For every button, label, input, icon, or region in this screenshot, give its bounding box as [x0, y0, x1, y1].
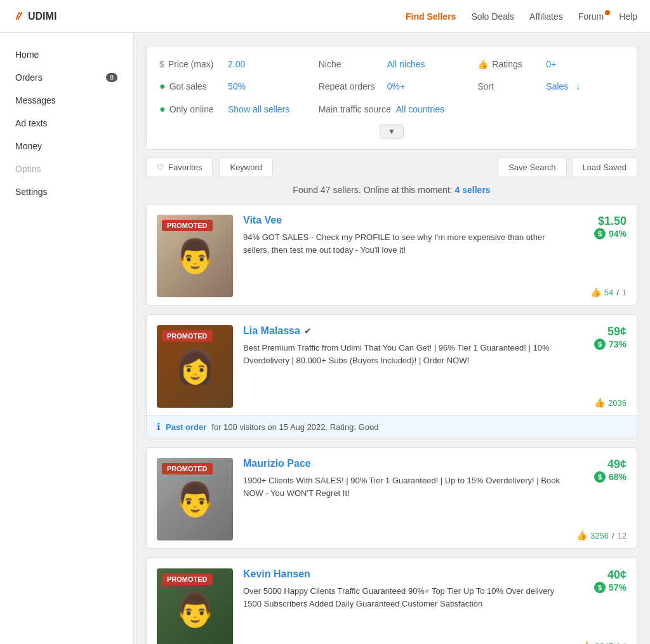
logo[interactable]: ⫽ UDIMI: [13, 10, 56, 23]
online-sellers-link[interactable]: 4 sellers: [455, 185, 491, 195]
seller-ratings: 👍 2645 / 4: [581, 641, 627, 644]
seller-description: Over 5000 Happy Clients Traffic Guarante…: [243, 585, 566, 610]
sidebar-item-messages[interactable]: Messages: [0, 89, 133, 112]
price-value[interactable]: 2.00: [228, 59, 245, 69]
thumbs-up-icon: 👍: [594, 398, 605, 408]
main-layout: Home Orders 8 Messages Ad texts Money Op…: [0, 33, 650, 644]
expand-button-container: ▼: [159, 124, 624, 139]
got-sales-value[interactable]: 50%: [228, 81, 246, 91]
nav-help[interactable]: Help: [619, 11, 637, 22]
keyword-button[interactable]: Keyword: [219, 158, 273, 177]
search-bar-right: Save Search Load Saved: [498, 158, 637, 177]
nav-links: Find Sellers Solo Deals Affiliates Forum…: [406, 11, 637, 22]
seller-name[interactable]: Maurizio Pace: [243, 458, 311, 469]
seller-info: Kevin Hansen Over 5000 Happy Clients Tra…: [243, 568, 566, 644]
thumbs-up-icon: 👍: [576, 530, 587, 540]
app-container: ⫽ UDIMI Find Sellers Solo Deals Affiliat…: [0, 0, 650, 644]
avatar-emoji: 👨: [175, 480, 216, 519]
ratings-value[interactable]: 0+: [546, 59, 556, 69]
filter-price: $ Price (max) 2.00: [159, 57, 306, 72]
load-saved-button[interactable]: Load Saved: [572, 158, 637, 177]
seller-price: 49¢: [607, 458, 627, 471]
seller-name-row: Kevin Hansen: [243, 568, 566, 580]
traffic-source-value[interactable]: All countries: [396, 104, 444, 114]
sort-value[interactable]: Sales: [546, 81, 568, 91]
online-icon: ●: [159, 104, 166, 115]
expand-filters-button[interactable]: ▼: [380, 124, 404, 139]
sidebar-item-ad-texts[interactable]: Ad texts: [0, 112, 133, 135]
only-online-value[interactable]: Show all sellers: [228, 104, 289, 114]
save-search-button[interactable]: Save Search: [498, 158, 566, 177]
seller-name-row: Vita Vee: [243, 215, 566, 226]
seller-price: 59¢: [607, 325, 627, 339]
sidebar: Home Orders 8 Messages Ad texts Money Op…: [0, 33, 133, 644]
avatar-emoji: 👨: [175, 591, 216, 629]
filter-sort: Sort Sales ↓: [477, 78, 624, 95]
niche-label: Niche: [319, 59, 382, 69]
sidebar-item-money[interactable]: Money: [0, 135, 133, 158]
info-icon: ℹ: [157, 421, 161, 433]
thumbs-up-icon: 👍: [581, 641, 592, 644]
thumbs-up-count: 54: [604, 288, 613, 297]
seller-card: 👨 Kevin Hansen Over 5000 Happy Clients T…: [146, 558, 637, 644]
search-bar: ♡ Favorites Keyword Save Search Load Sav…: [146, 158, 637, 177]
seller-name-row: Maurizio Pace: [243, 458, 566, 469]
nav-forum[interactable]: Forum: [578, 11, 604, 22]
seller-right: 40¢ $ 57% 👍 2645 / 4: [576, 568, 627, 644]
sidebar-item-settings[interactable]: Settings: [0, 180, 133, 203]
got-sales-circle-icon: $: [594, 582, 606, 593]
card-inner: 👨 Vita Vee 94% GOT SALES - Check my PROF…: [147, 205, 637, 305]
got-sales-display: $ 68%: [594, 471, 627, 483]
thumbs-up-count: 2645: [595, 641, 613, 645]
logo-icon: ⫽: [13, 10, 24, 23]
thumbs-up-icon: 👍: [590, 287, 601, 297]
got-sales-display: $ 73%: [594, 339, 627, 350]
avatar-emoji: 👨: [175, 237, 216, 276]
nav-affiliates[interactable]: Affiliates: [529, 11, 563, 22]
sort-arrow-icon[interactable]: ↓: [576, 81, 580, 91]
seller-ratings: 👍 2036: [594, 398, 627, 408]
filter-niche: Niche All niches: [319, 57, 465, 72]
filter-ratings: 👍 Ratings 0+: [477, 57, 624, 72]
past-order-text: for 100 visitors on 15 Aug 2022. Rating:…: [211, 422, 378, 432]
seller-name[interactable]: Lia Malassa: [243, 325, 300, 337]
seller-right: $1.50 $ 94% 👍 54 / 1: [576, 215, 627, 297]
sidebar-item-home[interactable]: Home: [0, 43, 133, 66]
seller-info: Maurizio Pace 1900+ Clients With SALES! …: [243, 458, 566, 540]
filter-grid: $ Price (max) 2.00 Niche All niches 👍 Ra…: [159, 57, 624, 117]
filter-repeat-orders: Repeat orders 0%+: [319, 78, 465, 95]
seller-info: Lia Malassa ✔ Best Premium Traffic from …: [243, 325, 566, 408]
seller-ratings: 👍 54 / 1: [590, 287, 627, 297]
filter-only-online: ● Only online Show all sellers: [159, 101, 306, 117]
thumbs-down-count: 1: [622, 288, 627, 297]
seller-info: Vita Vee 94% GOT SALES - Check my PROFIL…: [243, 215, 566, 297]
got-sales-icon: ●: [159, 81, 166, 92]
got-sales-percentage: 94%: [609, 229, 627, 239]
forum-notification-dot: [605, 10, 610, 15]
sort-label: Sort: [477, 81, 541, 91]
got-sales-display: $ 94%: [594, 228, 627, 239]
filter-box: $ Price (max) 2.00 Niche All niches 👍 Ra…: [146, 46, 637, 150]
top-nav: ⫽ UDIMI Find Sellers Solo Deals Affiliat…: [0, 0, 650, 33]
seller-name-row: Lia Malassa ✔: [243, 325, 566, 337]
niche-value[interactable]: All niches: [387, 59, 425, 69]
filter-got-sales: ● Got sales 50%: [159, 78, 306, 95]
got-sales-circle-icon: $: [594, 228, 606, 239]
repeat-orders-value[interactable]: 0%+: [387, 81, 405, 91]
orders-badge: 8: [106, 73, 117, 82]
favorites-button[interactable]: ♡ Favorites: [146, 158, 213, 177]
got-sales-label: ● Got sales: [159, 81, 223, 92]
promoted-badge: PROMOTED: [162, 220, 213, 231]
main-content: $ Price (max) 2.00 Niche All niches 👍 Ra…: [133, 33, 650, 644]
seller-ratings: 👍 3256 / 12: [576, 530, 627, 540]
seller-card: 👨 Maurizio Pace 1900+ Clients With SALES…: [146, 447, 637, 549]
ratings-label: 👍 Ratings: [477, 59, 541, 69]
nav-solo-deals[interactable]: Solo Deals: [471, 11, 514, 22]
seller-name[interactable]: Vita Vee: [243, 215, 282, 226]
nav-find-sellers[interactable]: Find Sellers: [406, 11, 456, 22]
sidebar-item-orders[interactable]: Orders 8: [0, 66, 133, 89]
seller-name[interactable]: Kevin Hansen: [243, 568, 310, 580]
got-sales-circle-icon: $: [594, 339, 606, 350]
traffic-source-label: Main traffic source: [319, 104, 391, 114]
card-inner: 👩 Lia Malassa ✔ Best Premium Traffic fro…: [147, 315, 637, 415]
